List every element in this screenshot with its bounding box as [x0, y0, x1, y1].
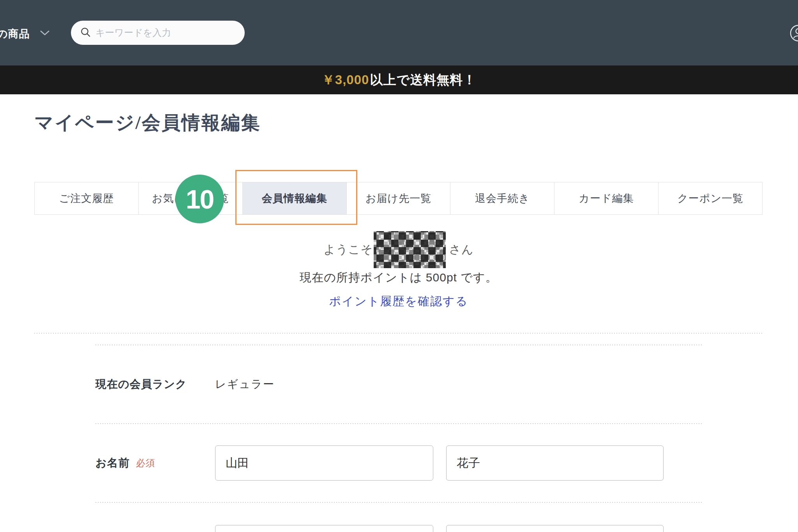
tab-member-info-edit[interactable]: 会員情報編集: [243, 182, 347, 214]
name-label: お名前: [95, 456, 130, 470]
welcome-suffix: さん: [449, 242, 473, 258]
free-shipping-banner: ￥3,000 以上で送料無料！: [0, 65, 798, 94]
search-input[interactable]: [95, 27, 237, 38]
last-name-input[interactable]: [215, 445, 433, 481]
search-icon: [80, 27, 91, 39]
account-icon[interactable]: [789, 23, 798, 44]
tab-coupons[interactable]: クーポン一覧: [659, 182, 762, 214]
chevron-down-icon[interactable]: [40, 30, 49, 37]
tab-card-edit[interactable]: カード編集: [554, 182, 659, 214]
main-content: マイページ/会員情報編集 ご注文履歴 お気に入り一覧 会員情報編集 お届け先一覧…: [0, 109, 798, 532]
points-balance-text: 現在の所持ポイントは 500pt です。: [34, 270, 763, 286]
page-title: マイページ/会員情報編集: [34, 109, 763, 136]
mypage-tab-bar: ご注文履歴 お気に入り一覧 会員情報編集 お届け先一覧 退会手続き カード編集 …: [34, 182, 763, 215]
banner-message: 以上で送料無料！: [370, 71, 476, 89]
member-rank-row: 現在の会員ランク レギュラー: [95, 345, 703, 423]
tab-withdrawal[interactable]: 退会手続き: [450, 182, 554, 214]
search-bar[interactable]: [71, 21, 245, 45]
name-row: お名前 必須: [95, 424, 703, 502]
censored-username: [374, 231, 446, 268]
welcome-message: ようこそ さん: [34, 231, 763, 268]
banner-amount: ￥3,000: [322, 71, 369, 89]
site-header: の商品: [0, 0, 798, 65]
member-rank-label: 現在の会員ランク: [95, 377, 187, 392]
section-divider: [34, 333, 763, 334]
kana-last-input[interactable]: [215, 525, 433, 532]
tab-shipping-addresses[interactable]: お届け先一覧: [347, 182, 451, 214]
required-badge: 必須: [136, 457, 155, 469]
next-field-row-partial: [95, 503, 703, 532]
points-history-link[interactable]: ポイント履歴を確認する: [329, 295, 468, 308]
welcome-prefix: ようこそ: [323, 242, 373, 258]
tab-order-history[interactable]: ご注文履歴: [35, 182, 139, 214]
category-nav-item[interactable]: の商品: [0, 27, 30, 41]
first-name-input[interactable]: [446, 445, 664, 481]
member-rank-value: レギュラー: [215, 377, 275, 392]
kana-first-input[interactable]: [446, 525, 664, 532]
member-info-form: 現在の会員ランク レギュラー お名前 必須: [95, 345, 703, 532]
annotation-marker-badge: 10: [175, 175, 224, 223]
